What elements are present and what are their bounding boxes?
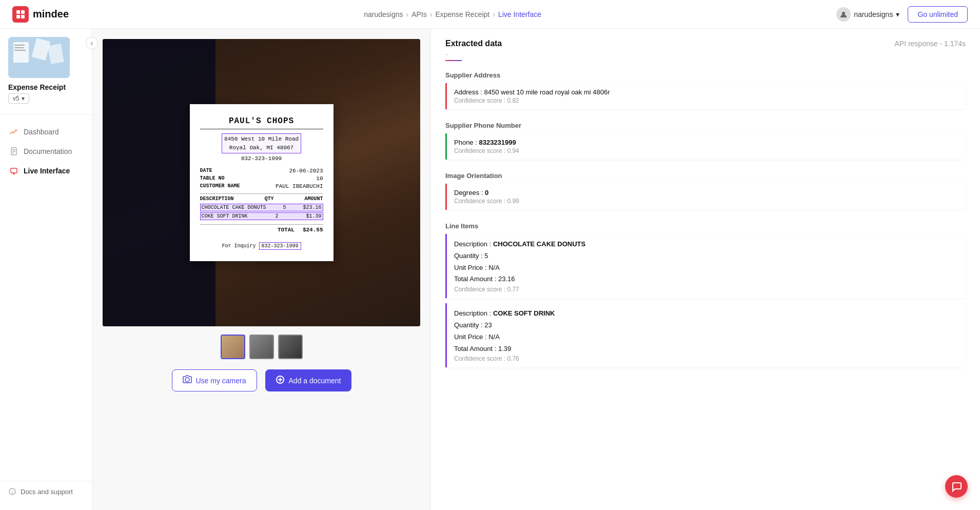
breadcrumb-sep-1: › bbox=[406, 10, 408, 18]
supplier-phone-section: Supplier Phone Number Phone : 8323231999… bbox=[445, 122, 966, 160]
go-unlimited-button[interactable]: Go unlimited bbox=[908, 6, 968, 23]
logo-area: mindee bbox=[12, 6, 69, 23]
sidebar-nav: Dashboard Documentation bbox=[0, 123, 92, 180]
inquiry-label: For Inquiry bbox=[222, 243, 256, 249]
svg-rect-2 bbox=[16, 15, 20, 18]
panel-title: Extracted data bbox=[445, 39, 502, 48]
li2-qty-value: 23 bbox=[484, 321, 492, 329]
li1-unit-price: Unit Price : N/A bbox=[454, 263, 958, 273]
li2-desc-value: COKE SOFT DRINK bbox=[493, 309, 555, 317]
table-value: 10 bbox=[316, 175, 323, 182]
total-label: TOTAL bbox=[278, 227, 295, 233]
address-value: 8450 west 10 mile road royal oak mi 4806… bbox=[484, 88, 610, 96]
amount-header: AMOUNT bbox=[304, 196, 323, 202]
add-icon bbox=[276, 375, 285, 386]
topnav: mindee narudesigns › APIs › Expense Rece… bbox=[0, 0, 980, 29]
li1-total-amount: Total Amount : 23.16 bbox=[454, 274, 958, 285]
li1-desc-value: CHOCOLATE CAKE DONUTS bbox=[493, 240, 585, 248]
camera-icon bbox=[183, 375, 192, 386]
li1-total-value: 23.16 bbox=[498, 275, 515, 283]
phone-label: Phone bbox=[454, 139, 474, 146]
item-1-highlight: CHOCOLATE CAKE DONUTS 5 $23.16 bbox=[200, 204, 323, 211]
li2-quantity: Quantity : 23 bbox=[454, 320, 958, 331]
sidebar-item-dashboard[interactable]: Dashboard bbox=[4, 123, 88, 141]
li2-price-value: N/A bbox=[488, 333, 500, 341]
breadcrumb-sep-2: › bbox=[430, 10, 433, 18]
svg-rect-0 bbox=[16, 10, 20, 14]
degrees-value: 0 bbox=[485, 189, 488, 197]
receipt-table-row: TABLE NO 10 bbox=[200, 175, 323, 182]
breadcrumb: narudesigns › APIs › Expense Receipt › L… bbox=[364, 10, 541, 18]
version-selector[interactable]: v5 ▾ bbox=[8, 93, 29, 104]
supplier-address-title: Supplier Address bbox=[445, 71, 966, 79]
receipt-item-1: CHOCOLATE CAKE DONUTS 5 $23.16 COKE SOFT… bbox=[200, 204, 323, 220]
panel-divider bbox=[445, 60, 462, 61]
product-name: Expense Receipt bbox=[8, 83, 84, 91]
receipt-customer-row: CUSTOMER NAME PAUL IBEABUCHI bbox=[200, 183, 323, 189]
collapse-icon: ‹ bbox=[91, 39, 93, 47]
topnav-right: narudesigns ▾ Go unlimited bbox=[836, 6, 968, 23]
camera-button-label: Use my camera bbox=[196, 377, 246, 385]
degrees-label: Degrees bbox=[454, 189, 479, 197]
li2-confidence: Confidence score : 0.76 bbox=[454, 355, 958, 362]
svg-rect-1 bbox=[21, 10, 25, 14]
image-orientation-card: Degrees : 0 Confidence score : 0.99 bbox=[445, 184, 966, 210]
image-viewer: PAUL'S CHOPS 8450 West 10 Mile Road Roya… bbox=[92, 29, 431, 510]
total-value: $24.55 bbox=[303, 227, 323, 233]
sidebar-collapse-button[interactable]: ‹ bbox=[86, 37, 98, 49]
li2-total-amount: Total Amount : 1.39 bbox=[454, 344, 958, 355]
panel-dash: - bbox=[445, 50, 966, 58]
version-chevron: ▾ bbox=[22, 95, 25, 102]
use-camera-button[interactable]: Use my camera bbox=[172, 369, 257, 391]
chat-bubble-button[interactable] bbox=[945, 475, 968, 498]
thumbnail-3[interactable] bbox=[278, 335, 303, 359]
sidebar-item-documentation[interactable]: Documentation bbox=[4, 142, 88, 161]
svg-rect-8 bbox=[14, 47, 24, 48]
thumbnail-1[interactable] bbox=[221, 335, 245, 359]
li1-description: Description : CHOCOLATE CAKE DONUTS bbox=[454, 239, 958, 250]
address-label: Address bbox=[454, 88, 479, 96]
receipt-title: PAUL'S CHOPS bbox=[200, 116, 323, 126]
supplier-phone-main: Phone : 8323231999 bbox=[454, 139, 958, 146]
receipt-inquiry: For Inquiry 832-323-1999 bbox=[200, 243, 323, 249]
breadcrumb-narudesigns[interactable]: narudesigns bbox=[364, 10, 403, 18]
receipt-background: PAUL'S CHOPS 8450 West 10 Mile Road Roya… bbox=[103, 39, 420, 326]
receipt-paper: PAUL'S CHOPS 8450 West 10 Mile Road Roya… bbox=[190, 104, 334, 261]
sidebar-product: Expense Receipt v5 ▾ bbox=[0, 37, 92, 114]
user-name: narudesigns bbox=[854, 10, 893, 18]
line-item-2: Description : COKE SOFT DRINK Quantity :… bbox=[445, 303, 966, 367]
breadcrumb-expense-receipt[interactable]: Expense Receipt bbox=[435, 10, 489, 18]
logo-text: mindee bbox=[33, 8, 69, 20]
svg-point-22 bbox=[185, 378, 189, 382]
sidebar-item-live-interface[interactable]: Live Interface bbox=[4, 162, 88, 180]
version-label: v5 bbox=[13, 95, 19, 102]
breadcrumb-live-interface[interactable]: Live Interface bbox=[498, 10, 541, 18]
live-icon bbox=[9, 166, 18, 175]
li1-qty-value: 5 bbox=[484, 252, 488, 260]
content-area: PAUL'S CHOPS 8450 West 10 Mile Road Roya… bbox=[92, 29, 980, 510]
breadcrumb-apis[interactable]: APIs bbox=[411, 10, 427, 18]
item-2-highlight: COKE SOFT DRINK 2 $1.39 bbox=[200, 212, 323, 220]
supplier-address-main: Address : 8450 west 10 mile road royal o… bbox=[454, 88, 958, 96]
supplier-phone-card: Phone : 8323231999 Confidence score : 0.… bbox=[445, 133, 966, 160]
breadcrumb-sep-3: › bbox=[493, 10, 495, 18]
image-orientation-section: Image Orientation Degrees : 0 Confidence… bbox=[445, 172, 966, 210]
receipt-items-header: DESCRIPTION QTY AMOUNT bbox=[200, 193, 323, 202]
date-label: DATE bbox=[200, 168, 212, 174]
svg-rect-3 bbox=[21, 15, 25, 18]
thumbnail-2[interactable] bbox=[249, 335, 274, 359]
li1-confidence: Confidence score : 0.77 bbox=[454, 286, 958, 293]
li2-total-value: 1.39 bbox=[498, 345, 511, 352]
item-1-name: CHOCOLATE CAKE DONUTS bbox=[202, 205, 266, 210]
add-document-button[interactable]: Add a document bbox=[265, 369, 351, 391]
documentation-label: Documentation bbox=[24, 147, 72, 155]
receipt-date-row: DATE 26-06-2023 bbox=[200, 168, 323, 174]
user-menu[interactable]: narudesigns ▾ bbox=[836, 7, 899, 22]
supplier-phone-title: Supplier Phone Number bbox=[445, 122, 966, 129]
supplier-address-confidence: Confidence score : 0.82 bbox=[454, 97, 958, 104]
product-thumb-image bbox=[8, 37, 70, 78]
image-orientation-title: Image Orientation bbox=[445, 172, 966, 180]
docs-support-link[interactable]: Docs and support bbox=[8, 487, 84, 496]
line-item-1: Description : CHOCOLATE CAKE DONUTS Quan… bbox=[445, 234, 966, 298]
item-2-name: COKE SOFT DRINK bbox=[202, 213, 248, 219]
